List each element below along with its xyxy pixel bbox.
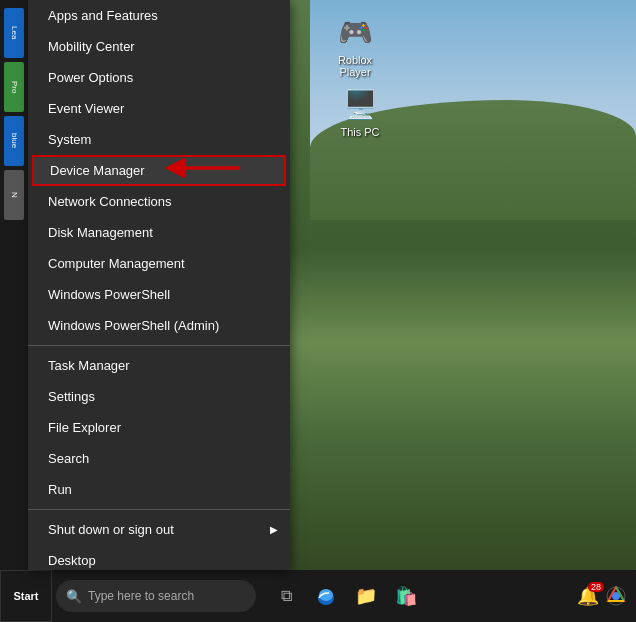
left-icon-3: blue — [4, 116, 24, 166]
menu-item-shut-down[interactable]: Shut down or sign out — [28, 514, 290, 545]
taskbar-search-box[interactable]: 🔍 Type here to search — [56, 580, 256, 612]
menu-item-search[interactable]: Search — [28, 443, 290, 474]
edge-button[interactable] — [308, 578, 344, 614]
menu-item-windows-powershell[interactable]: Windows PowerShell — [28, 279, 290, 310]
store-button[interactable]: 🛍️ — [388, 578, 424, 614]
taskbar-left-strip: Lea Pro blue N — [0, 0, 28, 570]
menu-item-file-explorer[interactable]: File Explorer — [28, 412, 290, 443]
tray-icon-notifications[interactable]: 🔔 28 — [576, 584, 600, 608]
this-pc-icon: 🖥️ — [340, 84, 380, 124]
menu-item-power-options[interactable]: Power Options — [28, 62, 290, 93]
menu-item-event-viewer[interactable]: Event Viewer — [28, 93, 290, 124]
system-tray: 🔔 28 — [568, 584, 636, 608]
menu-item-mobility-center[interactable]: Mobility Center — [28, 31, 290, 62]
this-pc-label: This PC — [340, 126, 379, 138]
roblox-label: Roblox Player — [338, 54, 372, 78]
search-icon: 🔍 — [66, 589, 82, 604]
menu-item-windows-powershell-admin[interactable]: Windows PowerShell (Admin) — [28, 310, 290, 341]
taskbar: Start 🔍 Type here to search ⧉ 📁 🛍️ 🔔 28 — [0, 570, 636, 622]
task-view-button[interactable]: ⧉ — [268, 578, 304, 614]
menu-item-run[interactable]: Run — [28, 474, 290, 505]
menu-item-computer-management[interactable]: Computer Management — [28, 248, 290, 279]
menu-item-network-connections[interactable]: Network Connections — [28, 186, 290, 217]
menu-item-desktop[interactable]: Desktop — [28, 545, 290, 576]
tray-icon-chrome[interactable] — [604, 584, 628, 608]
context-menu: Apps and Features Mobility Center Power … — [28, 0, 290, 570]
left-icon-4: N — [4, 170, 24, 220]
desktop-icon-this-pc[interactable]: 🖥️ This PC — [325, 80, 395, 142]
search-placeholder: Type here to search — [88, 589, 194, 603]
menu-item-system[interactable]: System — [28, 124, 290, 155]
menu-item-task-manager[interactable]: Task Manager — [28, 350, 290, 381]
menu-item-disk-management[interactable]: Disk Management — [28, 217, 290, 248]
taskbar-pinned-icons: ⧉ 📁 🛍️ — [260, 578, 432, 614]
left-icon-2: Pro — [4, 62, 24, 112]
menu-item-settings[interactable]: Settings — [28, 381, 290, 412]
menu-item-device-manager[interactable]: Device Manager — [32, 155, 286, 186]
file-explorer-taskbar-button[interactable]: 📁 — [348, 578, 384, 614]
left-icon-1: Lea — [4, 8, 24, 58]
divider-2 — [28, 509, 290, 510]
roblox-icon: 🎮 — [335, 12, 375, 52]
desktop-icon-roblox[interactable]: 🎮 Roblox Player — [320, 8, 390, 82]
menu-item-apps-features[interactable]: Apps and Features — [28, 0, 290, 31]
notification-badge: 28 — [588, 582, 604, 592]
start-button[interactable]: Start — [0, 570, 52, 622]
divider-1 — [28, 345, 290, 346]
